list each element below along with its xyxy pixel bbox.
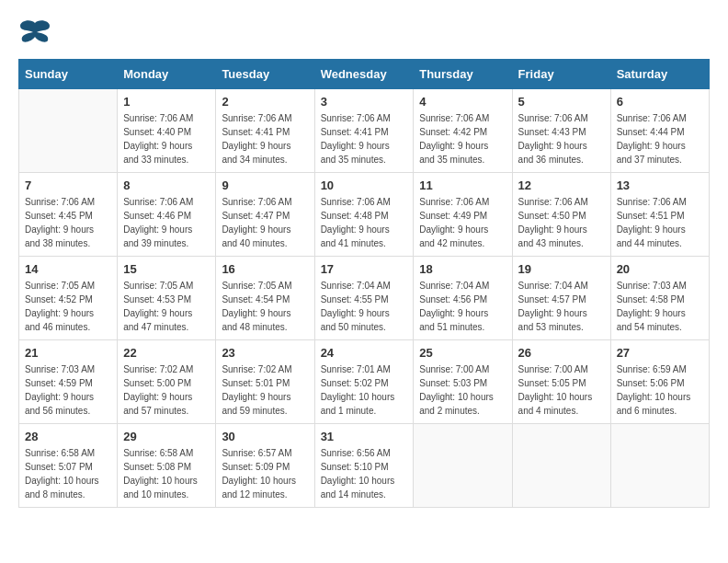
day-info: Sunrise: 7:05 AMSunset: 4:52 PMDaylight:… <box>25 279 111 334</box>
day-info: Sunrise: 7:03 AMSunset: 4:59 PMDaylight:… <box>25 362 111 418</box>
day-number: 5 <box>518 95 605 109</box>
day-number: 25 <box>419 346 506 360</box>
calendar-cell: 25Sunrise: 7:00 AMSunset: 5:03 PMDayligh… <box>414 340 512 424</box>
day-number: 10 <box>321 178 408 192</box>
calendar-cell: 26Sunrise: 7:00 AMSunset: 5:05 PMDayligh… <box>512 340 610 424</box>
calendar-cell: 16Sunrise: 7:05 AMSunset: 4:54 PMDayligh… <box>216 257 314 340</box>
day-number: 3 <box>321 95 408 109</box>
calendar-cell: 27Sunrise: 6:59 AMSunset: 5:06 PMDayligh… <box>610 340 709 424</box>
day-number: 2 <box>222 95 308 109</box>
day-info: Sunrise: 7:06 AMSunset: 4:40 PMDaylight:… <box>123 111 210 167</box>
day-number: 15 <box>123 262 210 276</box>
calendar-cell: 30Sunrise: 6:57 AMSunset: 5:09 PMDayligh… <box>216 424 314 508</box>
day-header-saturday: Saturday <box>610 60 709 89</box>
calendar-cell: 17Sunrise: 7:04 AMSunset: 4:55 PMDayligh… <box>314 257 414 340</box>
day-info: Sunrise: 7:03 AMSunset: 4:58 PMDaylight:… <box>617 279 703 334</box>
day-number: 16 <box>222 262 308 276</box>
calendar-cell: 8Sunrise: 7:06 AMSunset: 4:46 PMDaylight… <box>118 173 216 257</box>
calendar-cell: 18Sunrise: 7:04 AMSunset: 4:56 PMDayligh… <box>414 257 512 340</box>
calendar-cell: 9Sunrise: 7:06 AMSunset: 4:47 PMDaylight… <box>216 173 314 257</box>
day-number: 31 <box>321 430 408 443</box>
day-number: 29 <box>123 430 210 443</box>
calendar-cell: 6Sunrise: 7:06 AMSunset: 4:44 PMDaylight… <box>610 89 709 173</box>
day-number: 22 <box>123 346 210 360</box>
calendar-cell <box>512 424 610 508</box>
calendar-cell: 19Sunrise: 7:04 AMSunset: 4:57 PMDayligh… <box>512 257 610 340</box>
calendar-cell: 23Sunrise: 7:02 AMSunset: 5:01 PMDayligh… <box>216 340 314 424</box>
day-number: 11 <box>419 178 506 192</box>
day-header-sunday: Sunday <box>19 60 118 89</box>
calendar-cell: 1Sunrise: 7:06 AMSunset: 4:40 PMDaylight… <box>118 89 216 173</box>
day-number: 26 <box>518 346 605 360</box>
calendar-cell: 10Sunrise: 7:06 AMSunset: 4:48 PMDayligh… <box>314 173 414 257</box>
day-number: 30 <box>222 430 308 443</box>
day-info: Sunrise: 7:00 AMSunset: 5:05 PMDaylight:… <box>518 362 605 418</box>
calendar-cell: 14Sunrise: 7:05 AMSunset: 4:52 PMDayligh… <box>19 257 118 340</box>
day-info: Sunrise: 7:05 AMSunset: 4:54 PMDaylight:… <box>222 279 308 334</box>
day-info: Sunrise: 7:06 AMSunset: 4:50 PMDaylight:… <box>518 195 605 250</box>
logo <box>18 18 55 50</box>
day-info: Sunrise: 7:02 AMSunset: 5:00 PMDaylight:… <box>123 362 210 418</box>
day-info: Sunrise: 7:06 AMSunset: 4:47 PMDaylight:… <box>222 195 308 250</box>
day-number: 27 <box>617 346 703 360</box>
week-row-5: 28Sunrise: 6:58 AMSunset: 5:07 PMDayligh… <box>19 424 710 508</box>
day-info: Sunrise: 6:57 AMSunset: 5:09 PMDaylight:… <box>222 446 308 501</box>
day-info: Sunrise: 7:01 AMSunset: 5:02 PMDaylight:… <box>321 362 408 418</box>
day-number: 21 <box>25 346 111 360</box>
calendar-cell: 29Sunrise: 6:58 AMSunset: 5:08 PMDayligh… <box>118 424 216 508</box>
calendar-cell: 13Sunrise: 7:06 AMSunset: 4:51 PMDayligh… <box>610 173 709 257</box>
day-info: Sunrise: 7:06 AMSunset: 4:48 PMDaylight:… <box>321 195 408 250</box>
calendar-cell <box>19 89 118 173</box>
day-info: Sunrise: 6:56 AMSunset: 5:10 PMDaylight:… <box>321 446 408 501</box>
day-info: Sunrise: 6:58 AMSunset: 5:08 PMDaylight:… <box>123 446 210 501</box>
day-info: Sunrise: 7:00 AMSunset: 5:03 PMDaylight:… <box>419 362 506 418</box>
day-info: Sunrise: 7:06 AMSunset: 4:51 PMDaylight:… <box>617 195 703 250</box>
day-info: Sunrise: 7:06 AMSunset: 4:42 PMDaylight:… <box>419 111 506 167</box>
calendar-cell: 4Sunrise: 7:06 AMSunset: 4:42 PMDaylight… <box>414 89 512 173</box>
day-info: Sunrise: 7:06 AMSunset: 4:45 PMDaylight:… <box>25 195 111 250</box>
calendar-cell: 5Sunrise: 7:06 AMSunset: 4:43 PMDaylight… <box>512 89 610 173</box>
day-number: 18 <box>419 262 506 276</box>
calendar-cell: 15Sunrise: 7:05 AMSunset: 4:53 PMDayligh… <box>118 257 216 340</box>
day-info: Sunrise: 7:06 AMSunset: 4:49 PMDaylight:… <box>419 195 506 250</box>
day-number: 28 <box>25 430 111 443</box>
day-header-monday: Monday <box>118 60 216 89</box>
day-number: 12 <box>518 178 605 192</box>
calendar-cell: 31Sunrise: 6:56 AMSunset: 5:10 PMDayligh… <box>314 424 414 508</box>
day-number: 14 <box>25 262 111 276</box>
calendar-cell: 11Sunrise: 7:06 AMSunset: 4:49 PMDayligh… <box>414 173 512 257</box>
day-number: 9 <box>222 178 308 192</box>
day-info: Sunrise: 7:04 AMSunset: 4:57 PMDaylight:… <box>518 279 605 334</box>
calendar-cell: 12Sunrise: 7:06 AMSunset: 4:50 PMDayligh… <box>512 173 610 257</box>
calendar-cell <box>414 424 512 508</box>
day-number: 24 <box>321 346 408 360</box>
day-number: 6 <box>617 95 703 109</box>
day-header-tuesday: Tuesday <box>216 60 314 89</box>
day-info: Sunrise: 7:06 AMSunset: 4:46 PMDaylight:… <box>123 195 210 250</box>
calendar-cell: 2Sunrise: 7:06 AMSunset: 4:41 PMDaylight… <box>216 89 314 173</box>
day-header-friday: Friday <box>512 60 610 89</box>
day-info: Sunrise: 7:04 AMSunset: 4:56 PMDaylight:… <box>419 279 506 334</box>
day-number: 19 <box>518 262 605 276</box>
day-info: Sunrise: 6:58 AMSunset: 5:07 PMDaylight:… <box>25 446 111 501</box>
page-header <box>18 18 710 50</box>
calendar-cell: 20Sunrise: 7:03 AMSunset: 4:58 PMDayligh… <box>610 257 709 340</box>
calendar-cell: 21Sunrise: 7:03 AMSunset: 4:59 PMDayligh… <box>19 340 118 424</box>
day-info: Sunrise: 7:02 AMSunset: 5:01 PMDaylight:… <box>222 362 308 418</box>
day-header-thursday: Thursday <box>414 60 512 89</box>
day-headers-row: SundayMondayTuesdayWednesdayThursdayFrid… <box>19 60 710 89</box>
calendar-table: SundayMondayTuesdayWednesdayThursdayFrid… <box>18 59 710 508</box>
calendar-cell: 7Sunrise: 7:06 AMSunset: 4:45 PMDaylight… <box>19 173 118 257</box>
day-number: 4 <box>419 95 506 109</box>
calendar-cell: 22Sunrise: 7:02 AMSunset: 5:00 PMDayligh… <box>118 340 216 424</box>
day-info: Sunrise: 7:06 AMSunset: 4:43 PMDaylight:… <box>518 111 605 167</box>
day-info: Sunrise: 7:06 AMSunset: 4:44 PMDaylight:… <box>617 111 703 167</box>
week-row-1: 1Sunrise: 7:06 AMSunset: 4:40 PMDaylight… <box>19 89 710 173</box>
day-info: Sunrise: 7:04 AMSunset: 4:55 PMDaylight:… <box>321 279 408 334</box>
day-number: 20 <box>617 262 703 276</box>
day-info: Sunrise: 7:06 AMSunset: 4:41 PMDaylight:… <box>222 111 308 167</box>
day-number: 1 <box>123 95 210 109</box>
day-info: Sunrise: 7:06 AMSunset: 4:41 PMDaylight:… <box>321 111 408 167</box>
day-number: 13 <box>617 178 703 192</box>
day-info: Sunrise: 6:59 AMSunset: 5:06 PMDaylight:… <box>617 362 703 418</box>
